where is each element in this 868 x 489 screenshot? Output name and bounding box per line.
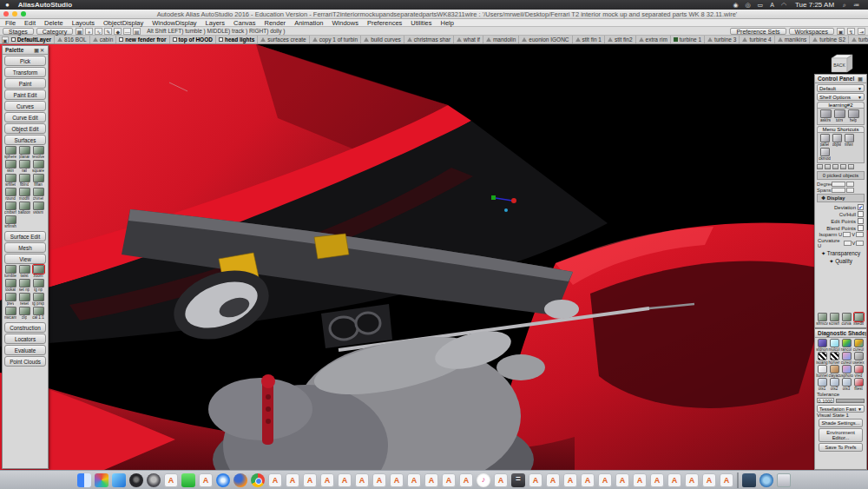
nwcam[interactable]: nwcam: [3, 307, 17, 320]
alias-document[interactable]: [667, 473, 681, 487]
layer-tab[interactable]: turbine 4: [740, 36, 774, 43]
shortcut-mini-icon[interactable]: [817, 164, 823, 169]
palette-section-button[interactable]: Transform: [4, 67, 46, 77]
layer-tab[interactable]: stlt fin2: [605, 36, 636, 43]
tolerance-slider[interactable]: [836, 399, 865, 403]
shortcut-mini-icon[interactable]: [840, 164, 846, 169]
palette-window-controls-icon[interactable]: ▣✕: [34, 47, 45, 53]
app-status-icon[interactable]: ◉: [733, 2, 738, 8]
checkbox[interactable]: [858, 218, 864, 224]
palette-section-surfaces[interactable]: Surfaces: [4, 135, 46, 145]
sfdnon[interactable]: sfdnon: [816, 339, 828, 352]
alias-document[interactable]: [286, 473, 299, 487]
xsedit[interactable]: xsedit: [852, 313, 865, 326]
objlst[interactable]: objlst: [831, 134, 843, 147]
menu-item[interactable]: Layers: [206, 19, 226, 27]
curve-icon[interactable]: ∿: [95, 28, 102, 35]
layer-marker-icon[interactable]: [119, 37, 123, 42]
layer-marker-icon[interactable]: [260, 37, 266, 42]
shelf-options-dropdown[interactable]: Shelf Options▼: [817, 93, 865, 101]
round[interactable]: round: [3, 188, 17, 201]
layer-tab[interactable]: turbine 3: [705, 36, 740, 43]
curvature-u-field[interactable]: [844, 241, 852, 246]
lookat[interactable]: lookat: [3, 279, 17, 292]
spans-field-1[interactable]: [832, 188, 845, 193]
alias-document[interactable]: [494, 473, 508, 487]
reset[interactable]: reset: [17, 293, 31, 306]
srfillet[interactable]: srfillet: [3, 174, 17, 187]
trash[interactable]: [777, 473, 791, 487]
palette-titlebar[interactable]: Palette ▣✕: [3, 46, 48, 55]
ots3[interactable]: ots3: [840, 378, 852, 391]
curvature-v-field[interactable]: [856, 241, 864, 246]
menu-shortcuts-header[interactable]: Menu Shortcuts: [817, 126, 865, 132]
usphoto[interactable]: usphoto: [840, 365, 852, 378]
ots1[interactable]: ots1: [816, 378, 828, 391]
layer-marker-icon[interactable]: [852, 37, 857, 42]
rows-icon[interactable]: ▤: [133, 28, 141, 35]
preference-sets-button[interactable]: Preference Sets: [730, 28, 786, 35]
alias-document[interactable]: [320, 473, 334, 487]
twist[interactable]: twist: [17, 265, 31, 278]
planar[interactable]: planar: [17, 146, 31, 159]
layer-tab[interactable]: top of HOOD: [170, 36, 216, 43]
isoang[interactable]: isoang: [816, 352, 828, 365]
layer-tab[interactable]: christmas shar: [404, 36, 454, 43]
close-window-button[interactable]: [3, 11, 9, 17]
checkbox[interactable]: [858, 211, 864, 217]
alias-document[interactable]: [164, 473, 178, 487]
view-cube[interactable]: BACK: [825, 50, 859, 76]
cureul[interactable]: cureul: [852, 339, 865, 352]
diagnostic-action-button[interactable]: Save To Prefs: [819, 443, 863, 452]
layer-tab[interactable]: build curves: [361, 36, 404, 43]
layer-tab[interactable]: manikins: [775, 36, 811, 43]
layer-tab[interactable]: mandolin: [483, 36, 519, 43]
shelf-extra-icon-1[interactable]: ▣: [837, 28, 845, 35]
balloon[interactable]: balloon: [17, 202, 31, 215]
firefox[interactable]: [233, 473, 247, 487]
palette-section-button[interactable]: Evaluate: [4, 345, 46, 355]
spotlight-icon[interactable]: ⌕: [843, 2, 846, 8]
menu-item[interactable]: Render: [265, 19, 286, 27]
checkbox[interactable]: [858, 204, 864, 210]
picked-objects-bar[interactable]: 0 picked objects: [817, 171, 865, 180]
alias-document[interactable]: [685, 473, 699, 487]
system-preferences[interactable]: [147, 473, 161, 487]
ots2[interactable]: ots2: [828, 378, 840, 391]
palette-section-button[interactable]: Mesh: [4, 242, 46, 253]
layer-marker-icon[interactable]: [486, 37, 491, 42]
alias-document[interactable]: [546, 473, 560, 487]
control-panel-titlebar[interactable]: Control Panel ▣: [815, 75, 866, 83]
diamond-icon[interactable]: ◆: [114, 28, 122, 35]
horver[interactable]: horver: [828, 352, 840, 365]
asklrs[interactable]: asklrs: [819, 109, 832, 122]
crvnet[interactable]: crvnet: [31, 188, 45, 201]
layer-marker-icon[interactable]: [778, 37, 783, 42]
palette-section-button[interactable]: Object Edit: [4, 123, 46, 134]
layer-marker-icon[interactable]: [57, 37, 62, 42]
alias-document[interactable]: [563, 473, 577, 487]
checkbox[interactable]: [858, 225, 864, 231]
menu-item[interactable]: Animation: [294, 19, 323, 27]
alias-document[interactable]: [442, 473, 456, 487]
scnsrf[interactable]: scnsrf: [828, 313, 840, 326]
vstsm[interactable]: vstsm: [31, 202, 45, 215]
layer-tab[interactable]: surfaces create: [258, 36, 309, 43]
palette-section-button[interactable]: Surface Edit: [4, 231, 46, 241]
modfil[interactable]: modfil: [17, 188, 31, 201]
active-app-name[interactable]: AliasAutoStudio: [18, 1, 72, 9]
apple-menu-icon[interactable]: ●: [5, 1, 10, 9]
clip[interactable]: clip: [17, 307, 31, 320]
layer-marker-icon[interactable]: [173, 37, 177, 42]
rancol[interactable]: rancol: [840, 339, 852, 352]
tolerance-field[interactable]: 0.1000: [817, 398, 834, 403]
fltest[interactable]: fltest: [852, 378, 865, 391]
clayac[interactable]: clayac: [828, 365, 840, 378]
messages[interactable]: [181, 473, 195, 487]
alias-document[interactable]: [390, 473, 404, 487]
safari[interactable]: [216, 473, 230, 487]
itunes[interactable]: [477, 473, 490, 487]
alias-document[interactable]: [633, 473, 647, 487]
workspaces-button[interactable]: Workspaces: [789, 28, 834, 35]
pallet[interactable]: pallet: [819, 134, 831, 147]
